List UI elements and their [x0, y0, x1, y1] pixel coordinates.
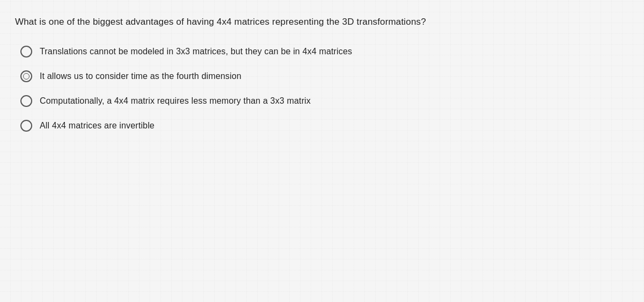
question-card: What is one of the biggest advantages of… — [0, 0, 644, 302]
option-item-b[interactable]: It allows us to consider time as the fou… — [20, 70, 625, 83]
option-item-c[interactable]: Computationally, a 4x4 matrix requires l… — [20, 95, 625, 107]
option-text-d: All 4x4 matrices are invertible — [40, 119, 155, 132]
option-text-b: It allows us to consider time as the fou… — [40, 70, 241, 83]
option-item-a[interactable]: Translations cannot be modeled in 3x3 ma… — [20, 45, 625, 58]
option-text-a: Translations cannot be modeled in 3x3 ma… — [40, 45, 352, 58]
radio-circle-b — [20, 70, 32, 82]
radio-circle-c — [20, 95, 32, 107]
options-list: Translations cannot be modeled in 3x3 ma… — [15, 45, 625, 132]
option-item-d[interactable]: All 4x4 matrices are invertible — [20, 119, 625, 132]
question-text: What is one of the biggest advantages of… — [15, 15, 625, 29]
radio-circle-a — [20, 46, 32, 57]
option-text-c: Computationally, a 4x4 matrix requires l… — [40, 95, 311, 107]
radio-circle-d — [20, 120, 32, 132]
